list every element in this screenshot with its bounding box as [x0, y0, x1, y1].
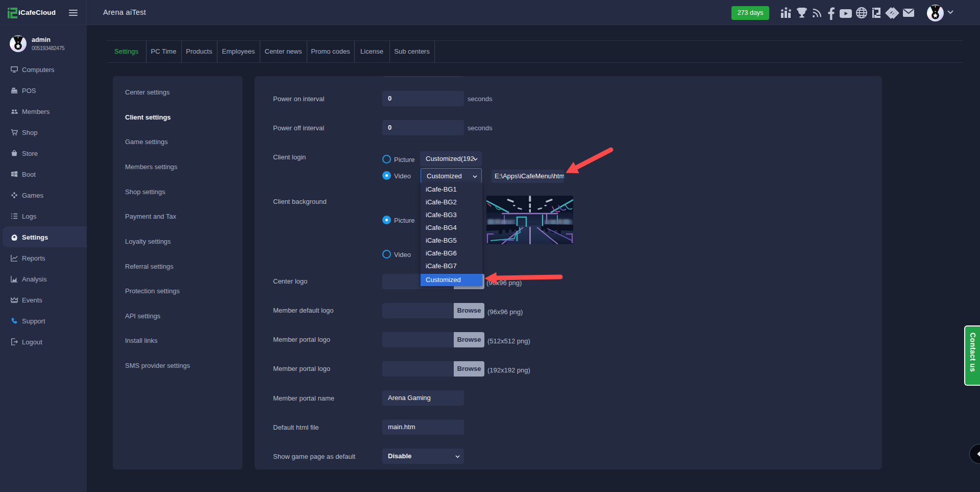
svg-text:PLATINUM: PLATINUM [12, 35, 24, 38]
svg-text:PLATINUM: PLATINUM [929, 5, 941, 8]
